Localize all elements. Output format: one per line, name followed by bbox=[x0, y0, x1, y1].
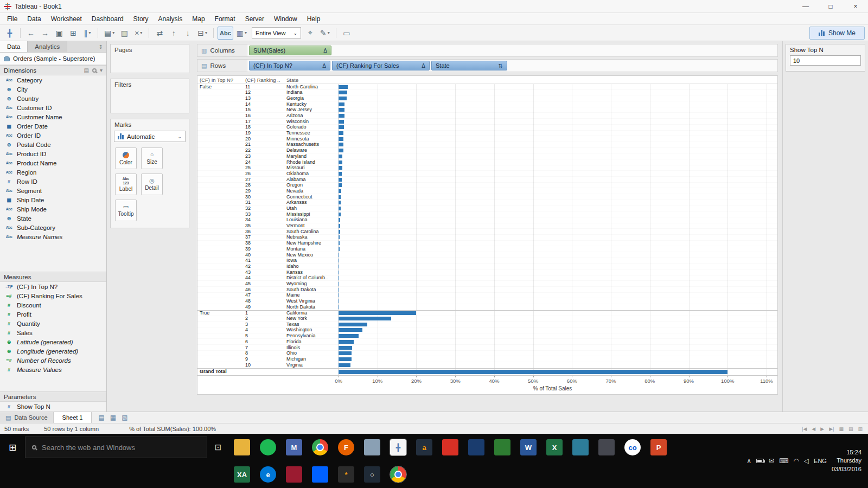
state-label[interactable]: Mississippi bbox=[284, 211, 339, 217]
state-label[interactable]: Alabama bbox=[284, 177, 339, 183]
mark-label-button[interactable]: Abc123Label bbox=[115, 174, 137, 195]
field-item[interactable]: #Row ID bbox=[0, 177, 106, 186]
battery-icon[interactable] bbox=[756, 459, 764, 463]
state-label[interactable]: South Dakota bbox=[284, 287, 339, 293]
bar-mark[interactable] bbox=[339, 149, 343, 152]
taskbar-spotify-icon[interactable] bbox=[260, 439, 276, 455]
bar-mark[interactable] bbox=[339, 235, 340, 239]
rank-label[interactable]: 37 bbox=[243, 234, 284, 240]
volume-icon[interactable]: ◁ bbox=[804, 457, 809, 465]
new-worksheet-button[interactable]: ▤▾ bbox=[102, 27, 117, 40]
state-label[interactable]: Ohio bbox=[284, 350, 339, 356]
menu-format[interactable]: Format bbox=[210, 13, 240, 24]
state-label[interactable]: Missouri bbox=[284, 165, 339, 171]
rank-label[interactable]: 26 bbox=[243, 171, 284, 177]
state-label[interactable]: Maine bbox=[284, 292, 339, 298]
rank-label[interactable]: 29 bbox=[243, 188, 284, 194]
taskbar-chrome-active-icon[interactable] bbox=[390, 466, 406, 483]
bar-mark[interactable] bbox=[339, 160, 342, 164]
rank-label[interactable]: 27 bbox=[243, 177, 284, 183]
menu-data[interactable]: Data bbox=[22, 13, 46, 24]
rank-label[interactable]: 1 bbox=[243, 310, 284, 316]
state-label[interactable]: New Hampshire bbox=[284, 240, 339, 246]
bar-mark[interactable] bbox=[339, 102, 344, 106]
pill-state[interactable]: State⇅ bbox=[431, 61, 507, 70]
field-item[interactable]: AbcOrder ID bbox=[0, 131, 106, 140]
show-mark-labels-button[interactable]: Abc bbox=[218, 27, 233, 40]
rank-label[interactable]: 7 bbox=[243, 345, 284, 351]
show-me-button[interactable]: Show Me bbox=[809, 27, 865, 40]
field-item[interactable]: ⊕City bbox=[0, 85, 106, 94]
state-label[interactable]: Arkansas bbox=[284, 200, 339, 206]
rank-label[interactable]: 14 bbox=[243, 101, 284, 107]
maximize-button[interactable]: □ bbox=[818, 0, 843, 12]
state-label[interactable]: Maryland bbox=[284, 153, 339, 159]
bar-mark[interactable] bbox=[339, 311, 416, 315]
next-sheet-icon[interactable]: ▶ bbox=[820, 426, 824, 432]
state-label[interactable]: New Mexico bbox=[284, 252, 339, 258]
rank-label[interactable]: 39 bbox=[243, 246, 284, 252]
field-item[interactable]: ⊕Latitude (generated) bbox=[0, 337, 106, 346]
menu-dashboard[interactable]: Dashboard bbox=[87, 13, 129, 24]
taskbar-chrome-icon[interactable] bbox=[312, 439, 328, 455]
taskbar-word-icon[interactable]: W bbox=[520, 439, 537, 455]
rank-label[interactable]: 41 bbox=[243, 258, 284, 264]
start-button[interactable]: ⊞ bbox=[0, 434, 25, 461]
taskbar-app-teal-icon[interactable] bbox=[572, 439, 589, 455]
bar-mark[interactable] bbox=[339, 224, 340, 228]
menu-server[interactable]: Server bbox=[240, 13, 269, 24]
rank-label[interactable]: 8 bbox=[243, 350, 284, 356]
state-label[interactable]: Florida bbox=[284, 339, 339, 345]
show-sorter-icon[interactable]: ▥ bbox=[858, 426, 863, 432]
task-view-button[interactable]: ⊡ bbox=[207, 434, 229, 461]
taskbar-search[interactable]: Search the web and Windows bbox=[25, 436, 207, 458]
taskbar-dropbox-icon[interactable] bbox=[312, 466, 328, 483]
pill--cf-in-top-n-[interactable]: (CF) In Top N?Δ bbox=[249, 61, 330, 70]
rank-label[interactable]: 18 bbox=[243, 124, 284, 130]
pane-options-icon[interactable]: ⇕ bbox=[95, 41, 106, 52]
menu-worksheet[interactable]: Worksheet bbox=[46, 13, 87, 24]
group-members-button[interactable]: ⊟▾ bbox=[195, 27, 209, 40]
keyboard-icon[interactable]: ⌨ bbox=[779, 457, 788, 465]
taskbar-edge-icon[interactable]: e bbox=[260, 466, 276, 483]
rank-label[interactable]: 21 bbox=[243, 142, 284, 147]
state-label[interactable]: Kentucky bbox=[284, 101, 339, 107]
state-label[interactable]: District of Columb.. bbox=[284, 275, 339, 281]
rank-label[interactable]: 11 bbox=[243, 84, 284, 90]
mark-type-dropdown[interactable]: Automatic ⌄ bbox=[114, 131, 186, 142]
rank-label[interactable]: 31 bbox=[243, 200, 284, 206]
field-item[interactable]: =#(CF) Ranking For Sales bbox=[0, 291, 106, 300]
bar-mark[interactable] bbox=[339, 334, 359, 338]
bar-mark[interactable] bbox=[339, 183, 342, 187]
menu-analysis[interactable]: Analysis bbox=[154, 13, 188, 24]
previous-sheet-icon[interactable]: ◀ bbox=[812, 426, 815, 432]
rank-label[interactable]: 47 bbox=[243, 292, 284, 298]
field-item[interactable]: ▦Order Date bbox=[0, 121, 106, 131]
bar-mark[interactable] bbox=[339, 241, 340, 245]
view-toggle-icon[interactable]: ▤ bbox=[84, 67, 89, 73]
bar-mark[interactable] bbox=[339, 282, 339, 286]
rank-label[interactable]: 4 bbox=[243, 327, 284, 333]
state-label[interactable]: Michigan bbox=[284, 356, 339, 362]
bar-mark[interactable] bbox=[339, 218, 340, 222]
minimize-button[interactable]: — bbox=[793, 0, 818, 12]
bar-mark[interactable] bbox=[339, 143, 343, 146]
taskbar-firefox-icon[interactable]: F bbox=[338, 439, 354, 455]
taskbar-file-explorer-icon[interactable] bbox=[234, 439, 250, 455]
rows-shelf[interactable]: ▤ Rows (CF) In Top N?Δ(CF) Ranking For S… bbox=[197, 59, 778, 72]
state-label[interactable]: Minnesota bbox=[284, 136, 339, 142]
field-item[interactable]: AbcCustomer ID bbox=[0, 103, 106, 112]
bar-mark[interactable] bbox=[339, 195, 341, 199]
taskbar-app-red-icon[interactable] bbox=[442, 439, 458, 455]
bar-mark[interactable] bbox=[339, 253, 339, 257]
first-sheet-icon[interactable]: |◀ bbox=[802, 426, 807, 432]
rank-label[interactable]: 19 bbox=[243, 130, 284, 136]
rank-label[interactable]: 23 bbox=[243, 153, 284, 159]
field-item[interactable]: ⊕Country bbox=[0, 94, 106, 103]
state-label[interactable]: Louisiana bbox=[284, 217, 339, 223]
new-dashboard-icon[interactable]: ▦ bbox=[110, 414, 116, 421]
bar-mark[interactable] bbox=[339, 120, 344, 124]
field-item[interactable]: #Discount bbox=[0, 300, 106, 310]
pill--cf-ranking-for-sales[interactable]: (CF) Ranking For SalesΔ bbox=[332, 61, 430, 70]
state-label[interactable]: Delaware bbox=[284, 147, 339, 153]
